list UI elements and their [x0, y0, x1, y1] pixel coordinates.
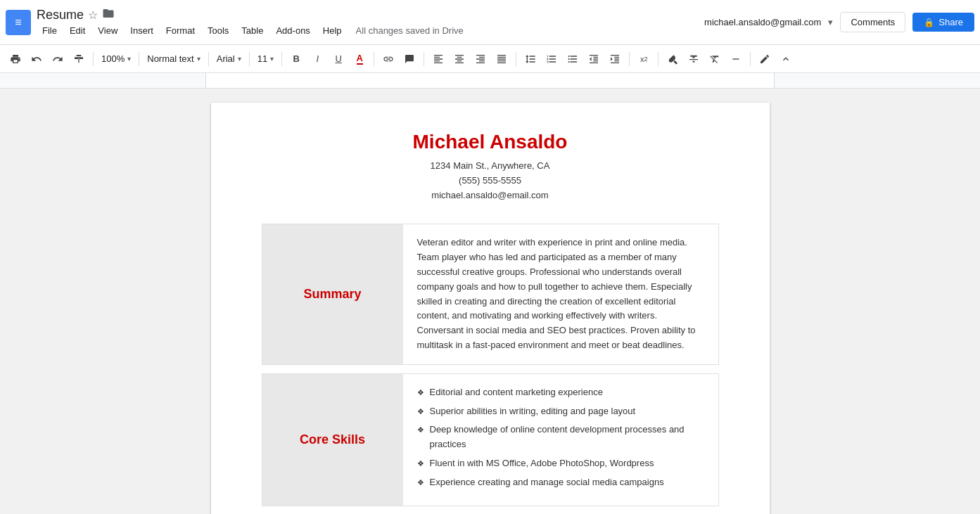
resume-address: 1234 Main St., Anywhere, CA (555) 555-55… — [262, 159, 719, 203]
menu-bar: File Edit View Insert Format Tools Table… — [37, 24, 704, 37]
toolbar-sep-8 — [516, 52, 516, 66]
align-right-button[interactable] — [471, 49, 490, 69]
doc-title-row: Resume ☆ — [37, 7, 704, 23]
toolbar-sep-2 — [139, 52, 139, 66]
ruler-inner — [205, 73, 775, 88]
size-caret: ▾ — [270, 55, 274, 63]
doc-title-area: Resume ☆ File Edit View Insert Format To… — [37, 7, 704, 37]
summary-section: Summary Veteran editor and writer with e… — [262, 224, 719, 364]
toolbar-sep-10 — [658, 52, 658, 66]
collapse-button[interactable] — [776, 49, 796, 69]
toolbar-sep-7 — [424, 52, 424, 66]
summary-label: Summary — [303, 287, 361, 302]
folder-icon[interactable] — [102, 7, 115, 23]
increase-indent-button[interactable] — [605, 49, 625, 69]
redo-button[interactable] — [48, 49, 68, 69]
core-skills-section: Core Skills Editorial and content market… — [262, 373, 719, 506]
align-justify-button[interactable] — [492, 49, 511, 69]
share-button[interactable]: 🔒 Share — [912, 13, 974, 32]
zoom-caret: ▾ — [127, 55, 131, 63]
app-icon: ≡ — [6, 10, 31, 35]
toolbar-sep-9 — [629, 52, 630, 66]
summary-text: Veteran editor and writer with experienc… — [417, 236, 704, 352]
user-email[interactable]: michael.ansaldo@gmail.com — [704, 17, 821, 27]
toolbar-sep-11 — [750, 52, 751, 66]
strikethrough-button[interactable] — [684, 49, 704, 69]
style-caret: ▾ — [197, 55, 201, 63]
menu-addons[interactable]: Add-ons — [270, 24, 315, 37]
core-skills-content: Editorial and content marketing experien… — [403, 374, 718, 506]
doc-area[interactable]: Michael Ansaldo 1234 Main St., Anywhere,… — [0, 89, 980, 514]
bulleted-list-button[interactable] — [563, 49, 583, 69]
paint-format-button[interactable] — [69, 49, 89, 69]
font-select[interactable]: Arial ▾ — [213, 49, 245, 69]
skill-item-5: Experience creating and manage social me… — [417, 475, 704, 490]
ruler — [0, 73, 980, 89]
font-caret: ▾ — [238, 55, 241, 63]
link-button[interactable] — [378, 49, 398, 69]
summary-label-cell: Summary — [262, 224, 403, 364]
align-center-button[interactable] — [450, 49, 469, 69]
undo-button[interactable] — [27, 49, 46, 69]
size-select[interactable]: 11 ▾ — [254, 49, 277, 69]
top-bar: ≡ Resume ☆ File Edit View Insert Format … — [0, 0, 980, 45]
menu-help[interactable]: Help — [317, 24, 348, 37]
skills-list: Editorial and content marketing experien… — [417, 385, 704, 490]
align-left-button[interactable] — [428, 49, 448, 69]
toolbar-sep-4 — [249, 52, 250, 66]
font-color-button[interactable]: A — [350, 49, 369, 69]
menu-table[interactable]: Table — [236, 24, 269, 37]
toolbar-sep-5 — [281, 52, 282, 66]
skill-item-1: Editorial and content marketing experien… — [417, 385, 704, 400]
comments-button[interactable]: Comments — [840, 12, 905, 32]
top-right: michael.ansaldo@gmail.com ▾ Comments 🔒 S… — [704, 12, 974, 32]
line-spacing-button[interactable] — [521, 49, 540, 69]
document-page: Michael Ansaldo 1234 Main St., Anywhere,… — [211, 103, 770, 514]
core-skills-label-cell: Core Skills — [262, 374, 403, 506]
menu-format[interactable]: Format — [160, 24, 201, 37]
pencil-button[interactable] — [755, 49, 775, 69]
menu-view[interactable]: View — [92, 24, 123, 37]
toolbar: 100% ▾ Normal text ▾ Arial ▾ 11 ▾ B I U … — [0, 45, 980, 73]
zoom-select[interactable]: 100% ▾ — [98, 49, 134, 69]
summary-content: Veteran editor and writer with experienc… — [403, 224, 718, 364]
menu-edit[interactable]: Edit — [64, 24, 91, 37]
menu-insert[interactable]: Insert — [125, 24, 159, 37]
decrease-indent-button[interactable] — [584, 49, 604, 69]
star-icon[interactable]: ☆ — [88, 8, 98, 22]
resume-name: Michael Ansaldo — [262, 131, 719, 153]
superscript-button[interactable]: x2 — [634, 49, 654, 69]
lock-icon: 🔒 — [924, 18, 934, 27]
horizontal-line-button[interactable] — [726, 49, 746, 69]
save-status: All changes saved in Drive — [356, 25, 464, 36]
skill-item-3: Deep knowledge of online content develop… — [417, 423, 704, 452]
toolbar-sep-6 — [374, 52, 374, 66]
underline-button[interactable]: U — [329, 49, 348, 69]
print-button[interactable] — [6, 49, 25, 69]
skill-item-2: Superior abilities in writing, editing a… — [417, 404, 704, 419]
docs-icon: ≡ — [15, 16, 21, 29]
style-select[interactable]: Normal text ▾ — [144, 49, 203, 69]
italic-button[interactable]: I — [307, 49, 327, 69]
resume-header: Michael Ansaldo 1234 Main St., Anywhere,… — [262, 131, 719, 203]
doc-title[interactable]: Resume — [37, 8, 84, 23]
bold-button[interactable]: B — [286, 49, 306, 69]
toolbar-sep-1 — [93, 52, 94, 66]
menu-tools[interactable]: Tools — [202, 24, 234, 37]
toolbar-sep-3 — [208, 52, 209, 66]
menu-file[interactable]: File — [37, 24, 63, 37]
numbered-list-button[interactable] — [542, 49, 561, 69]
comment-button[interactable] — [400, 49, 419, 69]
skill-item-4: Fluent in with MS Office, Adobe PhotoSho… — [417, 456, 704, 471]
highlight-button[interactable] — [663, 49, 682, 69]
core-skills-label: Core Skills — [300, 432, 365, 447]
clear-formatting-button[interactable] — [705, 49, 725, 69]
